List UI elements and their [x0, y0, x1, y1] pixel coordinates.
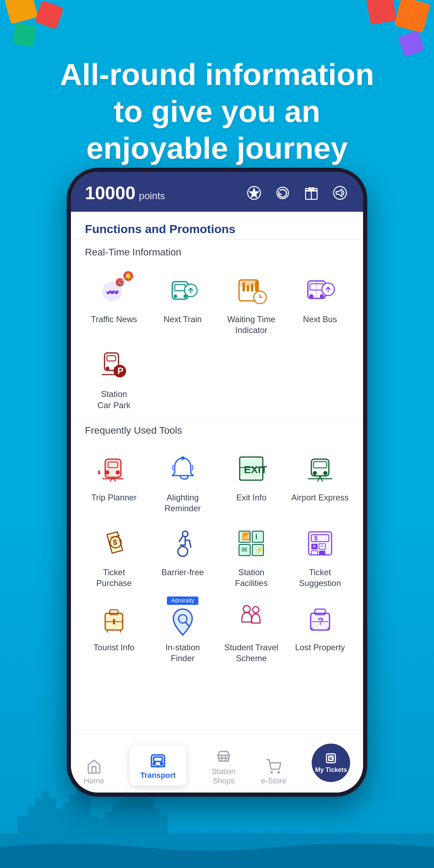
station-carpark-label: Station Car Park	[97, 389, 131, 410]
svg-rect-24	[251, 284, 253, 291]
airport-express-label: Airport Express	[291, 492, 349, 503]
my-tickets-button[interactable]: My Tickets	[312, 744, 350, 782]
station-carpark-icon: P	[98, 349, 130, 381]
tourist-info-item[interactable]: Tourist Info	[81, 596, 147, 667]
station-facilities-item[interactable]: 📶 i ✉ ⚡ Station Facilities	[219, 521, 284, 592]
airport-express-icon	[304, 453, 336, 484]
svg-point-66	[182, 531, 188, 537]
svg-point-16	[174, 295, 177, 298]
barrier-free-item[interactable]: Barrier-free	[150, 521, 216, 592]
svg-text:🔊: 🔊	[118, 280, 124, 285]
realtime-grid: ••• 🔊 🔔 Traffic News	[71, 261, 363, 421]
svg-text:📶: 📶	[242, 532, 251, 541]
station-shops-icon	[216, 750, 231, 765]
svg-point-6	[334, 187, 347, 200]
exit-info-icon: EXIT	[236, 453, 267, 484]
phone-header: 10000 points	[71, 172, 363, 212]
svg-text:P: P	[117, 366, 123, 376]
waiting-time-item[interactable]: Waiting Time Indicator	[219, 268, 284, 339]
next-bus-item[interactable]: Next Bus	[288, 268, 353, 339]
barrier-free-icon	[167, 528, 198, 559]
lost-property-label: Lost Property	[295, 642, 345, 653]
student-travel-icon-container	[232, 599, 270, 638]
svg-rect-88	[113, 619, 115, 624]
phone-content[interactable]: Functions and Promotions Real-Time Infor…	[71, 212, 363, 733]
svg-point-45	[105, 470, 109, 475]
ticket-suggestion-icon-container: $ × ÷	[301, 524, 339, 563]
announcement-icon[interactable]	[331, 184, 349, 202]
lost-property-icon: ?	[304, 603, 336, 634]
ticket-suggestion-label: Ticket Suggestion	[299, 567, 341, 588]
estore-icon	[266, 759, 281, 774]
airport-express-item[interactable]: Airport Express	[288, 446, 353, 517]
instation-finder-label: In-station Finder	[154, 642, 212, 664]
svg-rect-23	[247, 285, 249, 291]
my-tickets-icon	[324, 752, 338, 765]
student-travel-icon	[236, 603, 267, 634]
waiting-time-icon-container	[232, 271, 270, 310]
section-title: Functions and Promotions	[71, 212, 363, 240]
nav-home[interactable]: Home	[84, 759, 104, 786]
next-bus-icon-container	[301, 271, 339, 310]
tourist-info-label: Tourist Info	[94, 642, 135, 653]
svg-line-50	[113, 477, 116, 482]
svg-point-58	[313, 471, 317, 475]
star-icon[interactable]	[245, 184, 263, 202]
transport-nav-label: Transport	[140, 771, 175, 780]
nav-estore[interactable]: e-Store	[261, 759, 286, 786]
next-bus-icon	[304, 275, 336, 306]
exit-info-label: Exit Info	[236, 492, 267, 503]
svg-point-38	[106, 367, 109, 370]
station-carpark-item[interactable]: P Station Car Park	[81, 342, 147, 414]
lost-property-item[interactable]: ? Lost Property	[288, 596, 353, 667]
student-travel-label: Student Travel Scheme	[224, 642, 279, 664]
instation-finder-icon-container: Admiralty	[164, 599, 202, 638]
nav-transport[interactable]: Transport	[130, 746, 186, 786]
svg-text:$: $	[113, 538, 117, 547]
ticket-suggestion-item[interactable]: $ × ÷ Ticket Suggestion	[288, 521, 353, 592]
hero-title: All-round information to give you an enj…	[60, 56, 374, 167]
ticket-purchase-item[interactable]: $ Ticket Purchase	[81, 521, 147, 592]
lost-property-icon-container: ?	[301, 599, 339, 638]
points-value: 10000	[85, 182, 136, 203]
traffic-news-label: Traffic News	[91, 314, 137, 325]
trip-planner-item[interactable]: Trip Planner	[81, 446, 147, 517]
svg-rect-69	[252, 531, 263, 542]
blocks-left	[7, 0, 60, 52]
ticket-purchase-icon-container: $	[95, 524, 133, 563]
station-shops-nav-label: StationShops	[212, 767, 236, 786]
ticket-purchase-label: Ticket Purchase	[85, 567, 143, 588]
svg-rect-57	[313, 462, 327, 468]
gift-icon[interactable]	[302, 184, 320, 202]
instation-finder-item[interactable]: Admiralty In-station Finder	[150, 596, 216, 667]
svg-point-59	[323, 471, 327, 475]
svg-rect-15	[175, 284, 185, 291]
svg-text:•••: •••	[109, 286, 119, 297]
next-train-item[interactable]: Next Train	[150, 268, 216, 339]
estore-nav-label: e-Store	[261, 776, 286, 786]
header-icons	[245, 184, 349, 202]
svg-point-104	[160, 762, 162, 765]
traffic-news-item[interactable]: ••• 🔊 🔔 Traffic News	[81, 268, 147, 339]
svg-point-46	[98, 470, 100, 475]
refresh-icon[interactable]	[274, 184, 292, 202]
svg-point-67	[178, 547, 188, 556]
tourist-info-icon-container	[95, 599, 133, 638]
exit-info-item[interactable]: EXIT Exit Info	[219, 446, 284, 517]
nav-station-shops[interactable]: StationShops	[212, 750, 236, 786]
svg-rect-25	[255, 281, 258, 291]
svg-rect-102	[153, 757, 162, 762]
svg-text:?: ?	[318, 616, 324, 627]
svg-point-11	[115, 291, 118, 294]
alighting-reminder-item[interactable]: Alighting Reminder	[150, 446, 216, 517]
bottom-nav: Home Transport	[71, 733, 363, 793]
student-travel-item[interactable]: Student Travel Scheme	[219, 596, 284, 667]
svg-point-112	[278, 772, 280, 773]
hero-section: All-round information to give you an enj…	[60, 56, 374, 167]
next-bus-label: Next Bus	[303, 314, 337, 325]
alighting-reminder-icon-container	[164, 449, 202, 488]
svg-text:⚡: ⚡	[255, 545, 264, 554]
barrier-free-icon-container	[164, 524, 202, 563]
waiting-time-label: Waiting Time Indicator	[227, 314, 275, 335]
trip-planner-icon-container	[95, 449, 133, 488]
